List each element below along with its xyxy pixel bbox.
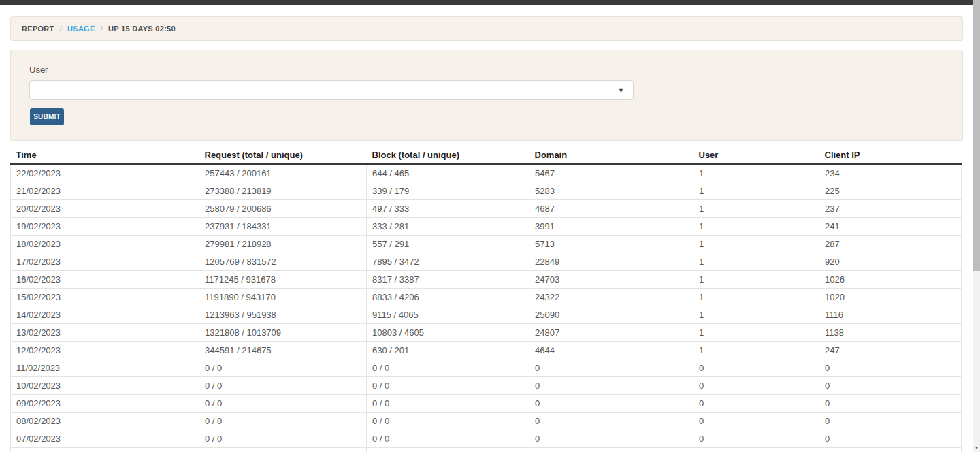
- table-column-header: Client IP: [819, 146, 962, 164]
- table-cell: 1138: [819, 323, 962, 341]
- table-cell: 10/02/2023: [11, 376, 199, 394]
- table-cell: 1: [693, 182, 819, 199]
- table-cell: 0 / 0: [199, 394, 367, 412]
- table-row: 13/02/20231321808 / 101370910803 / 46052…: [11, 323, 962, 341]
- table-cell: 1116: [819, 306, 962, 323]
- table-cell: 0: [529, 376, 693, 394]
- usage-table: TimeRequest (total / unique)Block (total…: [10, 146, 962, 452]
- table-cell: 25090: [529, 306, 693, 323]
- table-cell: 1213963 / 951938: [199, 306, 367, 323]
- table-cell: 07/02/2023: [11, 430, 199, 447]
- table-cell: 08/02/2023: [11, 412, 199, 430]
- table-cell: 1: [693, 199, 819, 217]
- table-cell: 3991: [529, 217, 693, 235]
- table-cell: 16/02/2023: [11, 270, 199, 288]
- table-cell: 5283: [529, 182, 693, 199]
- table-cell: 1: [693, 164, 819, 182]
- table-cell: 0 / 0: [199, 359, 367, 376]
- table-row: 07/02/20230 / 00 / 0000: [11, 430, 962, 447]
- table-cell: 344591 / 214675: [199, 341, 367, 359]
- table-cell: 24322: [529, 288, 693, 306]
- submit-button[interactable]: SUBMIT: [30, 108, 64, 125]
- table-row: 22/02/2023257443 / 200161644 / 465546712…: [11, 164, 962, 182]
- table-cell: 0: [819, 447, 962, 452]
- table-cell: 0: [529, 412, 693, 430]
- table-cell: 17/02/2023: [11, 253, 199, 270]
- breadcrumb: REPORT / USAGE / UP 15 DAYS 02:50: [10, 16, 963, 41]
- table-row: 12/02/2023344591 / 214675630 / 201464412…: [11, 341, 962, 359]
- table-cell: 241: [819, 217, 962, 235]
- top-accent-bar: [0, 0, 973, 5]
- table-cell: 644 / 465: [367, 164, 529, 182]
- table-row: 16/02/20231171245 / 9316788317 / 3387247…: [11, 270, 962, 288]
- table-cell: 9115 / 4065: [367, 306, 529, 323]
- page-content: REPORT / USAGE / UP 15 DAYS 02:50 User ▼…: [0, 5, 973, 452]
- table-cell: 234: [819, 164, 962, 182]
- table-cell: 225: [819, 182, 962, 199]
- table-column-header: User: [693, 146, 819, 164]
- table-cell: 7895 / 3472: [367, 253, 529, 270]
- table-cell: 21/02/2023: [11, 182, 199, 199]
- breadcrumb-separator: /: [60, 25, 62, 33]
- table-cell: 920: [819, 253, 962, 270]
- table-cell: 19/02/2023: [11, 217, 199, 235]
- table-cell: 1026: [819, 270, 962, 288]
- table-cell: 333 / 281: [367, 217, 529, 235]
- table-cell: 12/02/2023: [11, 341, 199, 359]
- table-cell: 13/02/2023: [11, 323, 199, 341]
- table-cell: 0 / 0: [199, 376, 367, 394]
- scroll-down-arrow-icon[interactable]: ▾: [973, 445, 980, 451]
- table-cell: 258079 / 200686: [199, 199, 367, 217]
- table-cell: 0: [819, 359, 962, 376]
- table-cell: 4644: [529, 341, 693, 359]
- table-cell: 06/02/2023: [11, 447, 199, 452]
- breadcrumb-separator: /: [101, 25, 103, 33]
- table-cell: 5467: [529, 164, 693, 182]
- table-cell: 14/02/2023: [11, 306, 199, 323]
- table-cell: 1: [693, 270, 819, 288]
- table-cell: 8833 / 4206: [367, 288, 529, 306]
- table-cell: 339 / 179: [367, 182, 529, 199]
- table-cell: 1: [693, 253, 819, 270]
- table-cell: 5713: [529, 235, 693, 253]
- table-cell: 0: [693, 430, 819, 447]
- table-cell: 0: [693, 376, 819, 394]
- breadcrumb-link-usage[interactable]: USAGE: [67, 25, 95, 33]
- table-cell: 1: [693, 235, 819, 253]
- table-row: 06/02/20230 / 00 / 0000: [11, 447, 962, 452]
- table-cell: 1191890 / 943170: [199, 288, 367, 306]
- table-cell: 0: [529, 430, 693, 447]
- table-cell: 1171245 / 931678: [199, 270, 367, 288]
- table-row: 08/02/20230 / 00 / 0000: [11, 412, 962, 430]
- table-row: 20/02/2023258079 / 200686497 / 333468712…: [11, 199, 962, 217]
- table-cell: 20/02/2023: [11, 199, 199, 217]
- table-cell: 24807: [529, 323, 693, 341]
- table-row: 18/02/2023279981 / 218928557 / 291571312…: [11, 235, 962, 253]
- user-select[interactable]: ▼: [29, 80, 634, 100]
- table-cell: 1020: [819, 288, 962, 306]
- table-header-row: TimeRequest (total / unique)Block (total…: [11, 146, 962, 164]
- table-cell: 4687: [529, 199, 693, 217]
- table-cell: 22/02/2023: [11, 164, 199, 182]
- table-cell: 0 / 0: [199, 430, 367, 447]
- table-row: 11/02/20230 / 00 / 0000: [11, 359, 962, 376]
- table-cell: 0 / 0: [367, 430, 529, 447]
- table-cell: 287: [819, 235, 962, 253]
- table-cell: 0 / 0: [367, 359, 529, 376]
- table-row: 09/02/20230 / 00 / 0000: [11, 394, 962, 412]
- table-row: 14/02/20231213963 / 9519389115 / 4065250…: [11, 306, 962, 323]
- table-cell: 237931 / 184331: [199, 217, 367, 235]
- user-field-label: User: [11, 50, 962, 75]
- table-cell: 1: [693, 341, 819, 359]
- table-row: 17/02/20231205769 / 8315727895 / 3472228…: [11, 253, 962, 270]
- table-cell: 0: [693, 412, 819, 430]
- table-cell: 8317 / 3387: [367, 270, 529, 288]
- table-cell: 0 / 0: [367, 447, 529, 452]
- vertical-scrollbar[interactable]: ▾: [973, 0, 980, 452]
- table-cell: 0: [529, 447, 693, 452]
- table-row: 10/02/20230 / 00 / 0000: [11, 376, 962, 394]
- table-cell: 497 / 333: [367, 199, 529, 217]
- filter-panel: User ▼ SUBMIT: [10, 50, 963, 141]
- table-cell: 0: [819, 376, 962, 394]
- scrollbar-thumb[interactable]: [973, 0, 980, 271]
